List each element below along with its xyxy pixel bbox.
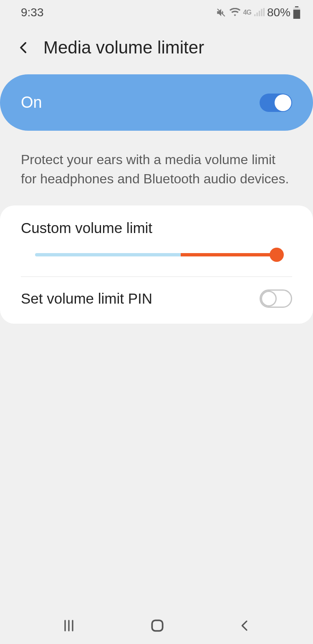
battery-percent: 80%	[267, 6, 290, 19]
volume-limit-slider[interactable]	[35, 247, 278, 262]
feature-description: Protect your ears with a media volume li…	[0, 131, 313, 205]
battery-icon	[293, 6, 300, 19]
master-toggle-switch[interactable]	[260, 94, 292, 112]
wifi-icon	[229, 8, 241, 17]
page-title: Media volume limiter	[43, 38, 204, 58]
svg-rect-6	[152, 620, 162, 631]
mute-icon	[216, 7, 227, 18]
slider-thumb[interactable]	[270, 248, 284, 262]
status-icons: 4G 80%	[216, 6, 300, 19]
master-toggle[interactable]: On	[0, 74, 313, 131]
set-pin-row[interactable]: Set volume limit PIN	[0, 277, 313, 324]
set-pin-switch[interactable]	[260, 289, 292, 308]
svg-rect-2	[293, 10, 300, 19]
status-bar: 9:33 4G 80%	[0, 0, 313, 25]
home-icon[interactable]	[149, 618, 165, 634]
back-nav-icon[interactable]	[238, 619, 252, 632]
network-type-label: 4G	[243, 9, 251, 16]
master-toggle-label: On	[21, 94, 42, 112]
system-nav-bar	[0, 607, 313, 644]
signal-icon	[254, 8, 265, 17]
app-header: Media volume limiter	[0, 25, 313, 74]
custom-volume-limit-title: Custom volume limit	[21, 220, 292, 236]
slider-warning-zone	[181, 253, 278, 256]
custom-volume-limit-section: Custom volume limit	[0, 205, 313, 276]
settings-card: Custom volume limit Set volume limit PIN	[0, 205, 313, 324]
status-time: 9:33	[21, 6, 44, 19]
svg-rect-0	[295, 6, 298, 8]
recents-icon[interactable]	[61, 618, 76, 633]
set-pin-label: Set volume limit PIN	[21, 290, 152, 307]
back-icon[interactable]	[17, 41, 31, 55]
